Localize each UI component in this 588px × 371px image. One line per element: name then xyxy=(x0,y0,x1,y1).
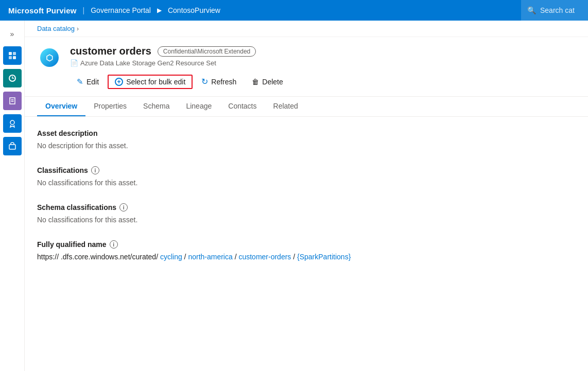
asset-classification-badge: Confidential\Microsoft Extended xyxy=(158,46,256,57)
search-bar[interactable]: 🔍 Search cat xyxy=(521,0,588,21)
asset-title-row: customer orders Confidential\Microsoft E… xyxy=(70,45,576,57)
tab-lineage[interactable]: Lineage xyxy=(178,97,220,116)
refresh-label: Refresh xyxy=(211,78,236,86)
nav-separator: | xyxy=(83,6,85,14)
asset-icon: ⬡ xyxy=(37,45,62,70)
main-content: Data catalog › ⬡ customer orders Confide… xyxy=(25,21,588,371)
schema-classifications-title: Schema classifications i xyxy=(37,203,576,211)
search-icon: 🔍 xyxy=(527,6,536,14)
management-icon xyxy=(7,141,18,151)
tabs: Overview Properties Schema Lineage Conta… xyxy=(37,97,576,116)
fqn-slash: / xyxy=(184,253,186,261)
tab-properties[interactable]: Properties xyxy=(85,97,135,116)
svg-rect-6 xyxy=(9,145,15,149)
sidebar-item-insights[interactable] xyxy=(3,69,22,87)
insights-icon xyxy=(7,73,18,83)
svg-rect-1 xyxy=(13,52,16,55)
portal-link[interactable]: Governance Portal xyxy=(91,6,151,14)
asset-header: ⬡ customer orders Confidential\Microsoft… xyxy=(25,37,588,97)
classifications-label: Classifications xyxy=(37,166,88,174)
schema-classifications-label: Schema classifications xyxy=(37,203,116,211)
certification-icon xyxy=(7,118,18,129)
fqn-middle: .dfs.core.windows.net/curated/ xyxy=(61,253,158,261)
fqn-info-icon[interactable]: i xyxy=(110,240,118,249)
edit-label: Edit xyxy=(87,78,99,86)
fqn-customer-orders: customer-orders xyxy=(238,253,291,261)
glossary-icon xyxy=(7,96,18,106)
breadcrumb-separator: › xyxy=(77,25,79,32)
fqn-north-america: north-america xyxy=(188,253,232,261)
fqn-label: Fully qualified name xyxy=(37,240,107,249)
classifications-title: Classifications i xyxy=(37,166,576,174)
toolbar: ✎ Edit + Select for bulk edit ↻ Refresh … xyxy=(70,73,576,96)
asset-description-title: Asset description xyxy=(37,129,576,137)
sidebar-item-management[interactable] xyxy=(3,137,22,155)
classifications-value: No classifications for this asset. xyxy=(37,179,576,187)
bulk-edit-button[interactable]: + Select for bulk edit xyxy=(108,75,193,89)
asset-description-section: Asset description No description for thi… xyxy=(37,129,576,150)
nav-chevron-icon: ▶ xyxy=(157,7,162,14)
tab-overview[interactable]: Overview xyxy=(37,97,85,116)
asset-subtitle: 📄 Azure Data Lake Storage Gen2 Resource … xyxy=(70,59,576,67)
svg-rect-0 xyxy=(9,52,12,55)
delete-button[interactable]: 🗑 Delete xyxy=(245,74,289,90)
svg-point-5 xyxy=(10,120,14,125)
top-navigation: Microsoft Purview | Governance Portal ▶ … xyxy=(0,0,588,21)
fqn-slash3: / xyxy=(293,253,295,261)
schema-classifications-value: No classifications for this asset. xyxy=(37,216,576,224)
tab-schema[interactable]: Schema xyxy=(135,97,178,116)
schema-classifications-section: Schema classifications i No classificati… xyxy=(37,203,576,224)
fqn-section: Fully qualified name i https:// .dfs.cor… xyxy=(37,240,576,261)
breadcrumb: Data catalog › xyxy=(25,21,588,37)
plus-circle-icon: + xyxy=(115,78,123,86)
app-brand: Microsoft Purview xyxy=(8,6,77,15)
fqn-value: https:// .dfs.core.windows.net/curated/ … xyxy=(37,253,576,261)
refresh-icon: ↻ xyxy=(201,77,208,86)
sidebar-item-certification[interactable] xyxy=(3,114,22,133)
svg-rect-3 xyxy=(13,56,16,59)
asset-type-icon: 📄 xyxy=(70,59,78,67)
sidebar-toggle-button[interactable]: » xyxy=(3,25,22,43)
content-area: Asset description No description for thi… xyxy=(25,117,588,371)
sidebar-item-glossary[interactable] xyxy=(3,92,22,110)
breadcrumb-data-catalog[interactable]: Data catalog xyxy=(37,25,75,32)
bulk-edit-label: Select for bulk edit xyxy=(126,78,185,86)
adls-letter: ⬡ xyxy=(46,53,53,63)
fqn-title: Fully qualified name i xyxy=(37,240,576,249)
delete-label: Delete xyxy=(262,78,283,86)
fqn-cycling: cycling xyxy=(160,253,182,261)
asset-title: customer orders xyxy=(70,45,151,57)
classifications-info-icon[interactable]: i xyxy=(91,166,99,174)
search-placeholder: Search cat xyxy=(540,6,575,14)
app-layout: » xyxy=(0,21,588,371)
tenant-name: ContosoPurview xyxy=(168,6,220,14)
asset-description-value: No description for this asset. xyxy=(37,142,576,150)
tab-related[interactable]: Related xyxy=(265,97,306,116)
schema-classifications-info-icon[interactable]: i xyxy=(119,203,128,211)
refresh-button[interactable]: ↻ Refresh xyxy=(195,73,243,90)
fqn-slash2: / xyxy=(235,253,237,261)
tabs-container: Overview Properties Schema Lineage Conta… xyxy=(25,97,588,117)
tab-contacts[interactable]: Contacts xyxy=(220,97,265,116)
catalog-icon xyxy=(7,50,18,61)
asset-type-label: Azure Data Lake Storage Gen2 Resource Se… xyxy=(80,59,216,67)
delete-trash-icon: 🗑 xyxy=(252,78,259,86)
sidebar: » xyxy=(0,21,25,371)
edit-pencil-icon: ✎ xyxy=(77,77,83,86)
fqn-prefix: https:// xyxy=(37,253,59,261)
asset-info: customer orders Confidential\Microsoft E… xyxy=(70,45,576,96)
fqn-spark-partitions: {SparkPartitions} xyxy=(297,253,351,261)
sidebar-item-catalog[interactable] xyxy=(3,46,22,65)
edit-button[interactable]: ✎ Edit xyxy=(70,74,106,90)
classifications-section: Classifications i No classifications for… xyxy=(37,166,576,187)
svg-rect-2 xyxy=(9,56,12,59)
